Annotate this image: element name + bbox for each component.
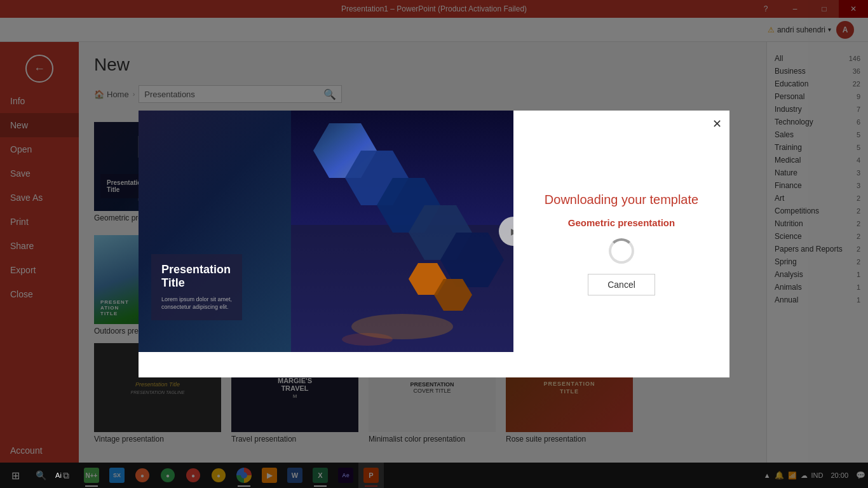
modal-overlay[interactable]: ✕ PresentationTitle Lorem ipsum dolor si… [0, 0, 868, 488]
preview-title-box: PresentationTitle Lorem ipsum dolor sit … [151, 254, 242, 320]
preview-left-panel: PresentationTitle Lorem ipsum dolor sit … [139, 111, 291, 352]
play-icon: ▶ [511, 226, 514, 236]
template-name-label: Geometric presentation [568, 217, 675, 228]
preview-right-panel [291, 111, 513, 352]
modal-close-button[interactable]: ✕ [712, 117, 722, 131]
hex-pattern-svg [291, 111, 513, 352]
downloading-label: Downloading your template [545, 193, 698, 207]
preview-title-sub: Lorem ipsum dolor sit amet,consectetur a… [161, 295, 232, 311]
download-modal: ✕ PresentationTitle Lorem ipsum dolor si… [139, 111, 729, 377]
svg-point-13 [342, 333, 393, 346]
loading-spinner [609, 238, 634, 264]
cancel-button[interactable]: Cancel [588, 274, 655, 295]
modal-preview: PresentationTitle Lorem ipsum dolor sit … [139, 111, 513, 352]
modal-preview-image: PresentationTitle Lorem ipsum dolor sit … [139, 111, 513, 352]
modal-info: Downloading your template Geometric pres… [513, 111, 729, 377]
preview-title-main: PresentationTitle [161, 263, 232, 290]
